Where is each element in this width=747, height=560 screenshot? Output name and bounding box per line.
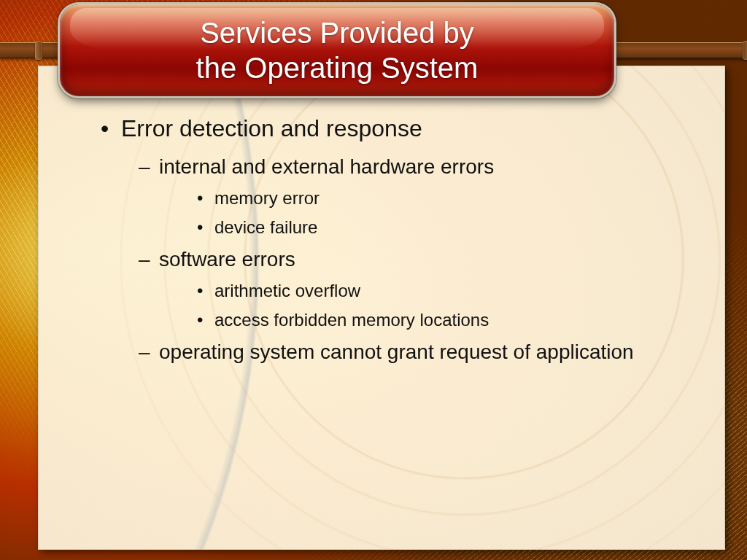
bar-cap-left bbox=[35, 41, 42, 60]
content-card: Error detection and response internal an… bbox=[38, 66, 725, 550]
bullet-list-level3-a: memory error device failure bbox=[159, 186, 696, 239]
subpoint-item: access forbidden memory locations bbox=[159, 308, 696, 332]
point-text: operating system cannot grant request of… bbox=[159, 341, 634, 363]
bullet-list-level2-a: internal and external hardware errors me… bbox=[121, 153, 696, 366]
bullet-list-level3-b: arithmetic overflow access forbidden mem… bbox=[159, 279, 696, 332]
point-text: internal and external hardware errors bbox=[159, 155, 494, 178]
slide-title-pill: Services Provided by the Operating Syste… bbox=[60, 4, 614, 96]
title-line-2: the Operating System bbox=[196, 50, 479, 85]
point-item: internal and external hardware errors me… bbox=[121, 153, 696, 240]
topic-item: Error detection and response internal an… bbox=[101, 114, 696, 365]
point-item: software errors arithmetic overflow acce… bbox=[121, 246, 696, 332]
subpoint-text: memory error bbox=[214, 188, 320, 208]
subpoint-item: device failure bbox=[159, 215, 696, 240]
content-area: Error detection and response internal an… bbox=[101, 114, 696, 373]
subpoint-item: arithmetic overflow bbox=[159, 279, 696, 303]
point-text: software errors bbox=[159, 248, 295, 271]
bullet-list-level1: Error detection and response internal an… bbox=[101, 114, 696, 365]
subpoint-text: arithmetic overflow bbox=[214, 281, 360, 300]
bar-cap-right bbox=[743, 41, 747, 60]
subpoint-item: memory error bbox=[159, 186, 696, 211]
point-item: operating system cannot grant request of… bbox=[121, 338, 696, 366]
topic-text: Error detection and response bbox=[121, 115, 422, 141]
subpoint-text: device failure bbox=[214, 217, 317, 237]
title-line-1: Services Provided by bbox=[200, 15, 474, 50]
subpoint-text: access forbidden memory locations bbox=[214, 310, 489, 330]
